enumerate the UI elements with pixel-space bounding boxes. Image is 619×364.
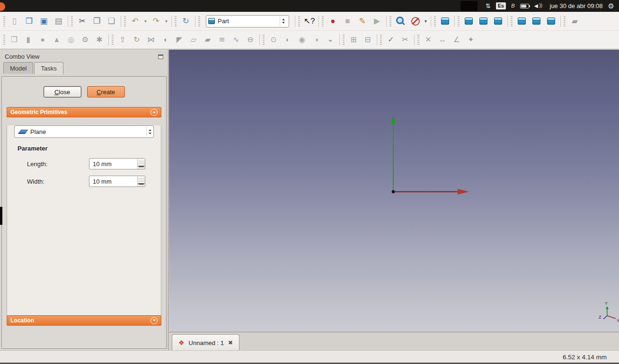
cut-button[interactable]: ✂ (75, 14, 89, 28)
part-cut-button[interactable]: ◐ (281, 33, 295, 47)
primitive-type-dropdown[interactable]: Plane (14, 125, 154, 138)
view-rear-button[interactable] (514, 14, 529, 28)
toolbar-drag-handle[interactable] (343, 35, 345, 45)
length-input[interactable]: 10 mm (89, 158, 145, 169)
session-gear-icon[interactable]: ⚙ (608, 2, 614, 9)
document-tab[interactable]: ❖ Unnamed : 1 ✖ (172, 334, 239, 351)
create-button[interactable]: Create (87, 86, 125, 98)
redo-button[interactable]: ↷ (149, 14, 163, 28)
volume-icon[interactable] (534, 3, 545, 9)
part-make-compound-button[interactable]: ⊞ (346, 33, 361, 47)
bluetooth-icon[interactable]: B (511, 3, 514, 9)
view-left-button[interactable] (544, 14, 558, 28)
draw-style-button[interactable] (408, 14, 423, 28)
toolbar-drag-handle[interactable] (389, 16, 391, 27)
view-axonometric-button[interactable] (438, 14, 452, 28)
part-fillet-button[interactable]: ◖ (158, 33, 172, 47)
undo-button[interactable]: ↶ (128, 14, 142, 28)
spin-down-button[interactable] (138, 164, 145, 169)
part-extrude-button[interactable]: ⇧ (115, 33, 130, 47)
view-front-button[interactable] (461, 14, 476, 28)
view-bottom-button[interactable] (529, 14, 544, 28)
part-make-face-button[interactable]: ▱ (186, 33, 201, 47)
float-panel-icon[interactable] (158, 54, 163, 59)
part-explode-compound-button[interactable]: ⊟ (361, 33, 375, 47)
measure-distance-button[interactable]: ▰ (567, 14, 582, 28)
text-direction-icon[interactable]: ⇅ (486, 3, 491, 9)
view-top-button[interactable] (476, 14, 491, 28)
draw-style-menu-button[interactable]: ▾ (423, 14, 429, 28)
part-defeaturing-button[interactable]: ✂ (398, 33, 412, 47)
toolbar-drag-handle[interactable] (198, 16, 200, 27)
section-header-geometric-primitives[interactable]: Geometric Primitives (7, 107, 161, 117)
new-file-button[interactable]: ▯ (7, 14, 22, 28)
refresh-button[interactable]: ↻ (178, 14, 193, 28)
part-common-button[interactable]: ◑ (309, 33, 323, 47)
collapse-section-icon[interactable] (150, 109, 158, 116)
toolbar-drag-handle[interactable] (71, 16, 73, 27)
part-torus-button[interactable]: ◎ (64, 33, 78, 47)
part-revolve-button[interactable]: ↻ (130, 33, 144, 47)
print-button[interactable]: ▤ (51, 14, 66, 28)
fit-all-button[interactable] (393, 14, 408, 28)
save-file-button[interactable]: ▣ (36, 14, 51, 28)
part-box-button[interactable]: ❒ (7, 33, 21, 47)
part-mirror-button[interactable]: ⋈ (144, 33, 158, 47)
macro-stop-button[interactable]: ■ (340, 14, 355, 28)
workbench-selector[interactable]: Part (206, 15, 289, 27)
paste-button[interactable]: ❑ (104, 14, 119, 28)
tab-tasks[interactable]: Tasks (34, 62, 63, 74)
part-loft-button[interactable]: ≋ (215, 33, 229, 47)
undo-menu-button[interactable]: ▾ (142, 14, 149, 28)
part-offset-button[interactable]: ⊖ (243, 33, 257, 47)
length-value[interactable]: 10 mm (89, 159, 137, 169)
width-spinner[interactable] (137, 176, 145, 186)
part-chamfer-button[interactable]: ◤ (172, 33, 186, 47)
toolbar-drag-handle[interactable] (298, 16, 300, 27)
combobox-arrows-icon[interactable] (146, 127, 153, 136)
part-create-primitives-button[interactable]: ⚙ (78, 33, 92, 47)
length-spinner[interactable] (137, 159, 145, 169)
toolbar-drag-handle[interactable] (322, 16, 324, 27)
spin-up-button[interactable] (138, 159, 145, 164)
part-refine-shape-button[interactable]: ✦ (464, 33, 478, 47)
keyboard-layout-indicator[interactable]: Es (496, 2, 506, 9)
part-cross-sections-button[interactable]: ✕ (421, 33, 435, 47)
spin-down-button[interactable] (138, 182, 145, 187)
toolbar-drag-handle[interactable] (380, 35, 382, 45)
whats-this-button[interactable]: ↖? (302, 14, 317, 28)
part-shape-builder-button[interactable]: ✱ (92, 33, 106, 47)
clock[interactable]: jue 30 de abr 09:08 (550, 2, 603, 9)
open-file-button[interactable]: ❒ (22, 14, 36, 28)
battery-icon[interactable] (520, 4, 529, 9)
toolbar-drag-handle[interactable] (511, 16, 513, 27)
toolbar-drag-handle[interactable] (417, 35, 419, 45)
toolbar-drag-handle[interactable] (3, 16, 5, 27)
expand-section-icon[interactable] (150, 317, 158, 324)
spin-up-button[interactable] (138, 176, 145, 182)
part-boolean-button[interactable]: ⊙ (266, 33, 281, 47)
toolbar-drag-handle[interactable] (263, 35, 265, 45)
3d-viewport[interactable]: Y Z X (169, 50, 619, 332)
width-input[interactable]: 10 mm (89, 176, 145, 187)
toolbar-drag-handle[interactable] (124, 16, 126, 27)
close-button[interactable]: Close (44, 86, 81, 98)
part-cylinder-button[interactable]: ▮ (21, 33, 35, 47)
part-ruled-surface-button[interactable]: ▰ (201, 33, 215, 47)
redo-menu-button[interactable]: ▾ (163, 14, 169, 28)
toolbar-drag-handle[interactable] (564, 16, 566, 27)
toolbar-drag-handle[interactable] (434, 16, 436, 27)
part-sweep-button[interactable]: ∿ (229, 33, 243, 47)
part-section-button[interactable]: ◒ (323, 33, 337, 47)
part-measure-angular-button[interactable]: ∠ (450, 33, 464, 47)
section-header-location[interactable]: Location (7, 315, 161, 326)
close-tab-icon[interactable]: ✖ (228, 340, 233, 346)
toolbar-drag-handle[interactable] (112, 35, 114, 45)
part-sphere-button[interactable]: ● (35, 33, 50, 47)
toolbar-drag-handle[interactable] (3, 35, 5, 45)
part-measure-linear-button[interactable]: ↔ (435, 33, 450, 47)
combobox-arrows-icon[interactable] (280, 17, 287, 26)
macro-edit-button[interactable]: ✎ (355, 14, 370, 28)
copy-button[interactable]: ❐ (89, 14, 104, 28)
width-value[interactable]: 10 mm (89, 176, 137, 186)
